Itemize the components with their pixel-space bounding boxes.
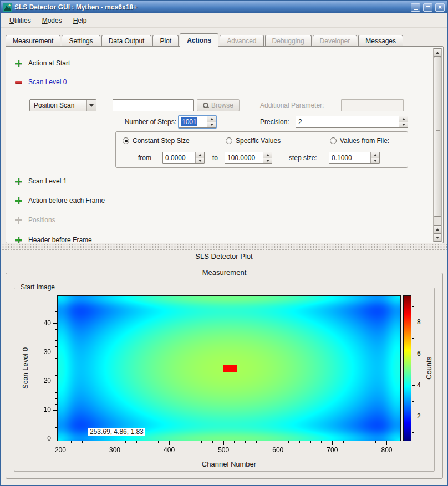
spin-up-button[interactable] [196, 152, 204, 158]
tab-settings[interactable]: Settings [62, 35, 100, 46]
arrow-down-icon [210, 124, 213, 126]
x-tick-label: 800 [375, 446, 398, 454]
maximize-button[interactable] [423, 3, 432, 12]
tab-actions[interactable]: Actions [180, 33, 218, 47]
radio-constant-step-size[interactable]: Constant Step Size [123, 137, 190, 145]
to-spinbox[interactable]: 100.0000 [225, 152, 272, 164]
x-minor-tick [136, 441, 137, 443]
vertical-scrollbar[interactable] [433, 48, 442, 242]
x-minor-tick [299, 441, 300, 443]
x-minor-tick [234, 441, 235, 443]
expand-plus-icon[interactable] [15, 178, 22, 185]
x-tick [332, 441, 333, 445]
y-minor-tick [55, 398, 57, 399]
y-tick-label: 20 [32, 377, 51, 385]
action-at-start-row[interactable]: Action at Start [15, 59, 70, 68]
measurement-group-title: Measurement [200, 268, 249, 277]
to-label: to [212, 152, 218, 164]
zoom-selection-rect [58, 296, 89, 424]
radio-specific-values[interactable]: Specific Values [226, 137, 281, 145]
x-minor-tick [256, 441, 257, 443]
y-minor-tick [55, 387, 57, 387]
measurement-groupbox: Measurement Start Image 253.69, 4.86, 1.… [6, 273, 443, 479]
y-tick [53, 410, 57, 411]
tab-plot[interactable]: Plot [152, 35, 179, 46]
close-button[interactable]: × [435, 3, 445, 12]
spin-down-button[interactable] [263, 158, 272, 164]
radio-values-from-file-label: Values from File: [340, 137, 389, 145]
expand-plus-icon[interactable] [15, 60, 22, 67]
arrow-up-icon [374, 154, 377, 156]
heatmap-canvas[interactable] [57, 295, 401, 441]
actions-panel: Action at Start Scan Level 0 Position Sc… [6, 46, 444, 243]
z-minor-tick [412, 401, 414, 402]
spin-down-button[interactable] [371, 158, 379, 164]
x-tick-label: 700 [321, 446, 343, 454]
from-spinbox[interactable]: 0.0000 [162, 152, 205, 164]
y-minor-tick [55, 306, 57, 306]
action-before-each-frame-row[interactable]: Action before each Frame [15, 196, 105, 205]
number-of-steps-spinbox[interactable]: 1001 [179, 116, 216, 128]
arrow-up-icon [436, 228, 439, 231]
arrow-up-icon [266, 154, 269, 156]
window-title: SLS Detector GUI : Mythen - mcs6x18+ [14, 3, 408, 11]
x-minor-tick [365, 441, 365, 443]
x-tick [278, 441, 278, 445]
minimize-button[interactable] [411, 3, 420, 12]
browse-button: Browse [197, 99, 240, 111]
scrollbar-down-button[interactable] [434, 233, 441, 242]
spin-up-button[interactable] [263, 152, 272, 158]
spin-down-button[interactable] [196, 158, 204, 164]
scan-level-0-row[interactable]: Scan Level 0 [15, 78, 67, 86]
z-tick-label: 2 [417, 412, 428, 420]
x-minor-tick [354, 441, 354, 443]
z-minor-tick [412, 370, 414, 370]
tab-developer: Developer [313, 35, 358, 46]
header-before-frame-row[interactable]: Header before Frame [15, 236, 92, 243]
x-axis-label: Channel Number [58, 460, 400, 468]
app-window: SLS Detector GUI : Mythen - mcs6x18+ × U… [0, 0, 448, 486]
x-minor-tick [191, 441, 191, 443]
number-of-steps-label: Number of Steps: [115, 116, 176, 128]
x-minor-tick [180, 441, 180, 443]
z-minor-tick [412, 432, 414, 433]
menu-item-modes[interactable]: Modes [37, 14, 67, 27]
scrollbar-up-button[interactable] [434, 48, 441, 57]
x-minor-tick [82, 441, 83, 443]
arrow-down-icon [402, 124, 405, 126]
spin-up-button[interactable] [371, 152, 379, 158]
splitter-handle[interactable] [1, 244, 447, 251]
scrollbar-thumb[interactable] [434, 57, 441, 217]
spin-down-button[interactable] [207, 122, 216, 128]
scan-file-input[interactable] [113, 99, 194, 111]
scan-level-1-row[interactable]: Scan Level 1 [15, 177, 67, 186]
expand-plus-icon[interactable] [15, 197, 22, 204]
collapse-minus-icon[interactable] [15, 81, 22, 84]
tab-data-output[interactable]: Data Output [101, 35, 152, 46]
expand-plus-icon[interactable] [15, 237, 22, 244]
precision-spinbox[interactable]: 2 [296, 116, 408, 128]
window-titlebar[interactable]: SLS Detector GUI : Mythen - mcs6x18+ × [1, 1, 447, 13]
step-size-spinbox[interactable]: 0.1000 [329, 152, 380, 164]
tab-advanced: Advanced [220, 35, 263, 46]
y-tick-label: 40 [32, 319, 51, 327]
x-minor-tick [201, 441, 202, 443]
spin-down-button[interactable] [399, 122, 408, 128]
scan-mode-value: Position Scan [30, 100, 86, 111]
menu-item-help[interactable]: Help [68, 14, 92, 27]
arrow-up-icon [402, 118, 405, 120]
menu-item-utilities[interactable]: Utilities [4, 14, 36, 27]
scrollbar-up-button-2[interactable] [434, 225, 441, 233]
spin-up-button[interactable] [399, 116, 408, 122]
x-minor-tick [321, 441, 322, 443]
spin-up-button[interactable] [207, 116, 216, 122]
x-minor-tick [125, 441, 126, 443]
radio-values-from-file[interactable]: Values from File: [330, 137, 389, 145]
scan-mode-select[interactable]: Position Scan [29, 99, 96, 111]
tab-measurement[interactable]: Measurement [6, 35, 60, 46]
z-tick-label: 4 [417, 381, 428, 389]
arrow-down-icon [266, 160, 269, 162]
tab-messages[interactable]: Messages [358, 35, 403, 46]
x-tick [223, 441, 224, 445]
scan-mode-dropdown-button[interactable] [86, 100, 96, 111]
